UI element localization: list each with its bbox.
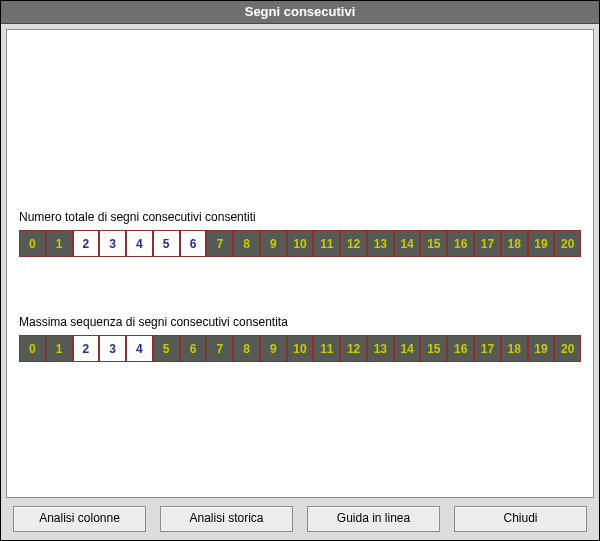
client-area: Numero totale di segni consecutivi conse…	[6, 29, 594, 498]
total-cell-18[interactable]: 18	[501, 230, 528, 257]
total-cell-17[interactable]: 17	[474, 230, 501, 257]
max-cell-18[interactable]: 18	[501, 335, 528, 362]
max-cell-6[interactable]: 6	[180, 335, 207, 362]
max-cell-0[interactable]: 0	[19, 335, 46, 362]
max-cell-19[interactable]: 19	[528, 335, 555, 362]
total-cell-15[interactable]: 15	[420, 230, 447, 257]
max-cell-14[interactable]: 14	[394, 335, 421, 362]
analisi-storica-button[interactable]: Analisi storica	[160, 506, 293, 532]
total-cell-6[interactable]: 6	[180, 230, 207, 257]
max-cell-15[interactable]: 15	[420, 335, 447, 362]
guida-button[interactable]: Guida in linea	[307, 506, 440, 532]
section-max-label: Massima sequenza di segni consecutivi co…	[19, 315, 581, 329]
total-cell-16[interactable]: 16	[447, 230, 474, 257]
total-cell-11[interactable]: 11	[313, 230, 340, 257]
window-title: Segni consecutivi	[245, 4, 356, 19]
max-cell-8[interactable]: 8	[233, 335, 260, 362]
max-cell-1[interactable]: 1	[46, 335, 73, 362]
total-cell-19[interactable]: 19	[528, 230, 555, 257]
total-cell-10[interactable]: 10	[287, 230, 314, 257]
total-cell-0[interactable]: 0	[19, 230, 46, 257]
max-cell-17[interactable]: 17	[474, 335, 501, 362]
max-cell-9[interactable]: 9	[260, 335, 287, 362]
total-cell-1[interactable]: 1	[46, 230, 73, 257]
max-cell-7[interactable]: 7	[206, 335, 233, 362]
total-cell-14[interactable]: 14	[394, 230, 421, 257]
chiudi-button[interactable]: Chiudi	[454, 506, 587, 532]
total-cell-12[interactable]: 12	[340, 230, 367, 257]
max-cell-5[interactable]: 5	[153, 335, 180, 362]
total-cell-8[interactable]: 8	[233, 230, 260, 257]
total-cell-3[interactable]: 3	[99, 230, 126, 257]
total-cell-4[interactable]: 4	[126, 230, 153, 257]
max-cell-11[interactable]: 11	[313, 335, 340, 362]
section-total-label: Numero totale di segni consecutivi conse…	[19, 210, 581, 224]
max-cell-3[interactable]: 3	[99, 335, 126, 362]
max-cell-4[interactable]: 4	[126, 335, 153, 362]
total-cell-5[interactable]: 5	[153, 230, 180, 257]
titlebar: Segni consecutivi	[1, 1, 599, 24]
total-cell-7[interactable]: 7	[206, 230, 233, 257]
total-cell-20[interactable]: 20	[554, 230, 581, 257]
total-cell-13[interactable]: 13	[367, 230, 394, 257]
max-cell-10[interactable]: 10	[287, 335, 314, 362]
max-cell-16[interactable]: 16	[447, 335, 474, 362]
analisi-colonne-button[interactable]: Analisi colonne	[13, 506, 146, 532]
max-cell-12[interactable]: 12	[340, 335, 367, 362]
total-cell-2[interactable]: 2	[73, 230, 100, 257]
number-strip-total: 01234567891011121314151617181920	[19, 230, 581, 257]
dialog-window: Segni consecutivi Numero totale di segni…	[0, 0, 600, 541]
max-cell-13[interactable]: 13	[367, 335, 394, 362]
number-strip-max: 01234567891011121314151617181920	[19, 335, 581, 362]
button-row: Analisi colonne Analisi storica Guida in…	[1, 498, 599, 540]
section-total: Numero totale di segni consecutivi conse…	[19, 210, 581, 257]
total-cell-9[interactable]: 9	[260, 230, 287, 257]
max-cell-20[interactable]: 20	[554, 335, 581, 362]
max-cell-2[interactable]: 2	[73, 335, 100, 362]
section-max: Massima sequenza di segni consecutivi co…	[19, 315, 581, 362]
